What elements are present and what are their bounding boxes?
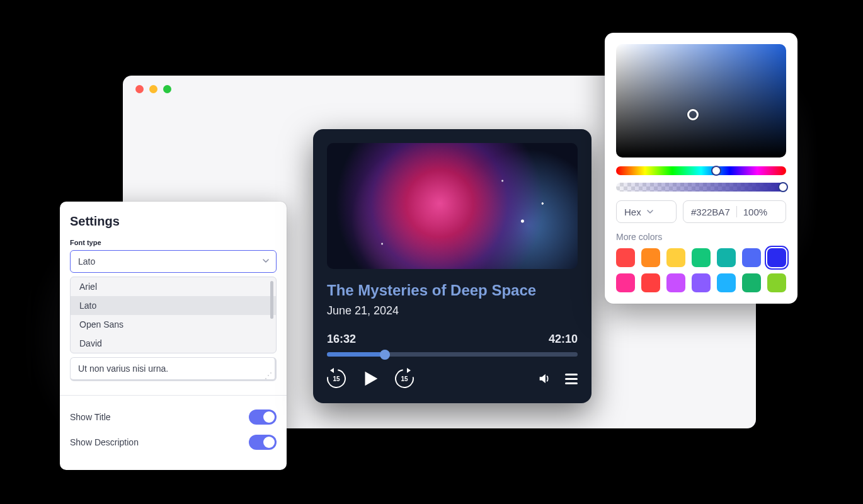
color-swatch[interactable]	[692, 273, 711, 292]
show-title-toggle[interactable]	[249, 410, 277, 425]
color-mode-select[interactable]: Hex	[616, 200, 677, 223]
window-close-button[interactable]	[135, 85, 144, 93]
progress-fill	[327, 352, 385, 357]
progress-bar[interactable]	[327, 352, 578, 357]
color-swatch[interactable]	[767, 248, 786, 267]
episode-artwork	[327, 143, 578, 269]
alpha-slider[interactable]	[616, 183, 786, 192]
font-option[interactable]: Ariel	[71, 277, 276, 296]
saturation-cursor[interactable]	[687, 109, 699, 120]
color-value-input[interactable]: #322BA7 100%	[683, 200, 786, 223]
play-button[interactable]	[360, 368, 381, 389]
chevron-down-icon	[646, 207, 654, 217]
player-controls: 15 15	[327, 368, 578, 389]
hue-slider[interactable]	[616, 166, 786, 175]
color-swatch[interactable]	[742, 273, 761, 292]
color-swatch[interactable]	[717, 248, 736, 267]
swatch-grid	[616, 248, 786, 292]
skip-seconds: 15	[395, 369, 414, 388]
font-option[interactable]: Lato	[71, 296, 276, 315]
color-swatch[interactable]	[641, 273, 660, 292]
resize-grip-icon[interactable]: ⋰	[265, 373, 272, 378]
window-zoom-button[interactable]	[163, 85, 171, 93]
color-swatch[interactable]	[692, 248, 711, 267]
show-title-label: Show Title	[70, 412, 111, 422]
progress-thumb[interactable]	[380, 350, 390, 360]
show-description-label: Show Description	[70, 437, 139, 447]
color-mode-value: Hex	[624, 207, 641, 217]
elapsed-time: 16:32	[327, 333, 356, 346]
forward-15-button[interactable]: 15	[395, 369, 414, 388]
audio-player-card: The Mysteries of Deep Space June 21, 202…	[313, 129, 592, 403]
volume-button[interactable]	[537, 372, 551, 386]
episode-title: The Mysteries of Deep Space	[327, 282, 578, 299]
color-swatch[interactable]	[641, 248, 660, 267]
color-swatch[interactable]	[616, 273, 635, 292]
alpha-fill	[616, 183, 786, 192]
show-description-toggle[interactable]	[249, 435, 277, 450]
settings-panel: Settings Font type Lato Ariel Lato Open …	[60, 202, 287, 470]
font-type-dropdown: Ariel Lato Open Sans David	[70, 277, 277, 353]
episode-date: June 21, 2024	[327, 304, 578, 318]
alpha-value: 100%	[743, 207, 767, 217]
color-swatch[interactable]	[616, 248, 635, 267]
saturation-area[interactable]	[616, 44, 786, 158]
menu-button[interactable]	[565, 374, 578, 384]
color-swatch[interactable]	[717, 273, 736, 292]
description-textarea[interactable]: Ut non varius nisi urna. ⋰	[70, 357, 277, 381]
time-row: 16:32 42:10	[327, 333, 578, 346]
divider	[60, 395, 287, 396]
description-text: Ut non varius nisi urna.	[78, 364, 168, 374]
toggle-row: Show Title	[70, 404, 277, 430]
duration-time: 42:10	[549, 333, 578, 346]
color-picker-panel: Hex #322BA7 100% More colors	[605, 33, 797, 304]
font-option[interactable]: Open Sans	[71, 315, 276, 334]
font-option[interactable]: David	[71, 334, 276, 353]
alpha-thumb[interactable]	[778, 182, 788, 192]
settings-title: Settings	[70, 214, 277, 229]
font-type-select[interactable]: Lato	[70, 250, 277, 273]
color-swatch[interactable]	[767, 273, 786, 292]
color-swatch[interactable]	[666, 248, 685, 267]
hex-value: #322BA7	[691, 207, 730, 217]
font-type-value: Lato	[78, 256, 95, 266]
color-swatch[interactable]	[666, 273, 685, 292]
rewind-15-button[interactable]: 15	[327, 369, 346, 388]
color-swatch[interactable]	[742, 248, 761, 267]
skip-seconds: 15	[327, 369, 346, 388]
divider	[736, 206, 737, 217]
scrollbar[interactable]	[270, 281, 273, 319]
toggle-row: Show Description	[70, 430, 277, 455]
hue-thumb[interactable]	[711, 166, 721, 176]
chevron-down-icon	[262, 256, 270, 266]
more-colors-label: More colors	[616, 232, 786, 242]
font-type-label: Font type	[70, 239, 277, 246]
window-minimize-button[interactable]	[149, 85, 157, 93]
